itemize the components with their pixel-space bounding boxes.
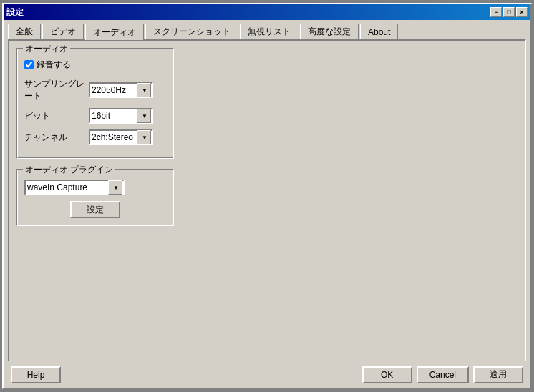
main-window: 設定 － □ × 全般 ビデオ オーディオ スクリーンショット 無視リスト 高度… — [2, 3, 532, 389]
tab-bar: 全般 ビデオ オーディオ スクリーンショット 無視リスト 高度な設定 About — [4, 20, 530, 39]
title-bar: 設定 － □ × — [4, 4, 530, 20]
bit-label: ビット — [24, 110, 89, 122]
bit-row: ビット 16bit 8bit — [24, 108, 166, 124]
audio-group: オーディオ 録音する サンプリングレート 22050Hz 44100Hz 480… — [16, 48, 174, 159]
sampling-select-wrapper: 22050Hz 44100Hz 48000Hz — [89, 82, 153, 98]
tab-ignore[interactable]: 無視リスト — [240, 24, 298, 39]
tab-video[interactable]: ビデオ — [42, 24, 84, 39]
minimize-button[interactable]: － — [490, 7, 502, 17]
channel-select[interactable]: 2ch:Stereo 1ch:Mono — [89, 129, 153, 145]
sampling-row: サンプリングレート 22050Hz 44100Hz 48000Hz — [24, 78, 166, 102]
bit-select-wrapper: 16bit 8bit — [89, 108, 153, 124]
channel-select-wrapper: 2ch:Stereo 1ch:Mono — [89, 129, 153, 145]
plugin-settings-row: 設定 — [24, 201, 166, 218]
sampling-select[interactable]: 22050Hz 44100Hz 48000Hz — [89, 82, 153, 98]
audio-group-label: オーディオ — [23, 43, 70, 55]
record-label: 録音する — [37, 59, 71, 71]
tab-content: オーディオ 録音する サンプリングレート 22050Hz 44100Hz 480… — [8, 39, 526, 367]
bottom-bar-right: OK Cancel 適用 — [362, 366, 523, 383]
tab-screenshot[interactable]: スクリーンショット — [145, 24, 238, 39]
maximize-button[interactable]: □ — [503, 7, 515, 17]
close-button[interactable]: × — [516, 7, 528, 17]
plugin-select-row: waveIn Capture — [24, 180, 166, 195]
bottom-bar-left: Help — [11, 366, 362, 383]
channel-row: チャンネル 2ch:Stereo 1ch:Mono — [24, 129, 166, 145]
ok-button[interactable]: OK — [362, 366, 412, 383]
tab-about[interactable]: About — [360, 24, 398, 39]
tab-general[interactable]: 全般 — [8, 24, 41, 39]
record-checkbox-row: 録音する — [24, 59, 166, 71]
tab-audio[interactable]: オーディオ — [85, 24, 144, 40]
plugin-select-wrapper: waveIn Capture — [24, 180, 125, 195]
help-button[interactable]: Help — [11, 366, 61, 383]
record-checkbox[interactable] — [24, 60, 34, 69]
plugin-group-label: オーディオ プラグイン — [23, 164, 115, 176]
channel-label: チャンネル — [24, 132, 89, 144]
cancel-button[interactable]: Cancel — [417, 366, 469, 383]
plugin-group: オーディオ プラグイン waveIn Capture 設定 — [16, 169, 174, 226]
title-bar-buttons: － □ × — [490, 7, 528, 17]
window-title: 設定 — [6, 6, 24, 19]
bottom-bar: Help OK Cancel 適用 — [4, 361, 530, 388]
tab-advanced[interactable]: 高度な設定 — [300, 24, 359, 39]
plugin-settings-button[interactable]: 設定 — [70, 201, 120, 218]
sampling-label: サンプリングレート — [24, 78, 89, 102]
plugin-select[interactable]: waveIn Capture — [24, 180, 125, 195]
apply-button[interactable]: 適用 — [473, 366, 523, 383]
bit-select[interactable]: 16bit 8bit — [89, 108, 153, 124]
